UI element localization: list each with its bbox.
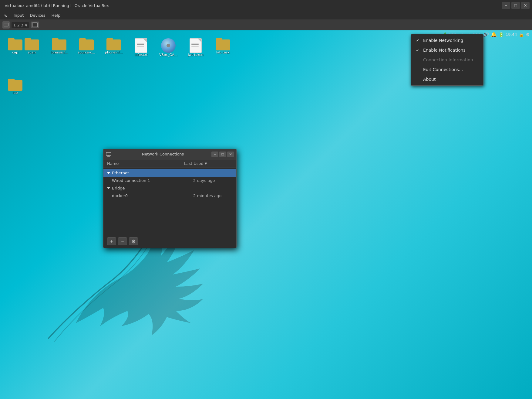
- icon-label-forensicf: forensicf...: [50, 50, 68, 54]
- col-last-used-header: Last Used ▼: [184, 161, 233, 166]
- net-win-restore[interactable]: □: [219, 152, 226, 157]
- net-win-close[interactable]: ✕: [227, 152, 234, 157]
- connections-header: Name Last Used ▼: [103, 159, 236, 168]
- icon-label-vbox-ga: VBox_GA...: [159, 53, 177, 57]
- desktop-icon-source-c[interactable]: source-c...: [73, 36, 100, 59]
- menu-input[interactable]: Input: [11, 12, 27, 19]
- menu-item-enable-notifications[interactable]: ✓ Enable Notifications: [411, 45, 483, 55]
- connections-body: Ethernet Wired connection 1 2 days ago B…: [103, 168, 236, 235]
- network-window-icon: [106, 151, 112, 157]
- desktop-icon-lab-task[interactable]: lab-task: [209, 36, 237, 59]
- bridge-group-label: Bridge: [112, 186, 125, 190]
- remove-connection-button[interactable]: −: [118, 237, 127, 245]
- menu-item-enable-networking[interactable]: ✓ Enable Networking: [411, 36, 483, 45]
- menu-item-connection-info: ✓ Connection Information: [411, 55, 483, 65]
- vbox-menubar: w Input Devices Help: [0, 11, 532, 19]
- menu-devices[interactable]: Devices: [27, 12, 48, 19]
- desktop: cap lab scan forensicf...: [0, 30, 532, 399]
- network-context-menu: ✓ Enable Networking ✓ Enable Notificatio…: [411, 34, 483, 86]
- network-window-controls: − □ ✕: [211, 152, 234, 157]
- settings-icon[interactable]: ⚙: [526, 32, 530, 37]
- conn-group-bridge[interactable]: Bridge: [103, 184, 236, 192]
- ethernet-expand-icon: [107, 172, 110, 174]
- add-connection-button[interactable]: +: [107, 237, 116, 245]
- ethernet-group-label: Ethernet: [112, 171, 129, 175]
- icon-label-scan: scan: [28, 50, 36, 54]
- vbox-titlebar: virtualbox-amd64 (lab) [Running] - Oracl…: [0, 0, 532, 11]
- checkmark-networking: ✓: [416, 38, 421, 43]
- desktop-icon-lab[interactable]: lab: [2, 77, 29, 97]
- docker0-name: docker0: [112, 193, 193, 198]
- desktop-icon-vbox-ga[interactable]: VBox_GA...: [155, 36, 182, 59]
- network-window-toolbar: + − ⚙: [103, 235, 236, 248]
- network-connections-window: Network Connections − □ ✕ Name Last Used…: [103, 149, 237, 248]
- svg-rect-3: [33, 23, 37, 26]
- menu-item-enable-networking-label: Enable Networking: [423, 38, 463, 43]
- conn-item-wired-connection-1[interactable]: Wired connection 1 2 days ago: [103, 177, 236, 184]
- menu-item-enable-notifications-label: Enable Notifications: [423, 48, 466, 53]
- minimize-button[interactable]: −: [502, 2, 510, 9]
- menu-help[interactable]: Help: [49, 12, 64, 19]
- bridge-expand-icon: [107, 187, 110, 189]
- menu-item-connection-info-label: Connection Information: [423, 57, 473, 62]
- svg-rect-4: [106, 152, 111, 155]
- menu-item-about[interactable]: ✓ About: [411, 74, 483, 84]
- wired-connection-name: Wired connection 1: [112, 178, 193, 183]
- battery-icon[interactable]: 🔋: [499, 32, 504, 37]
- icon-label-lab: lab: [13, 91, 18, 95]
- conn-item-docker0[interactable]: docker0 2 minutes ago: [103, 192, 236, 200]
- vbox-toolbar: 1 2 3 4: [0, 19, 532, 30]
- restore-button[interactable]: □: [511, 2, 520, 9]
- vbox-window-controls: − □ ✕: [502, 2, 530, 9]
- icon-label-infor-txt: infor.txt: [135, 53, 148, 57]
- svg-rect-1: [5, 24, 8, 26]
- checkmark-conn-info: ✓: [416, 57, 421, 62]
- icon-label-phoneinf: phoneinf...: [105, 50, 123, 54]
- menu-w[interactable]: w: [1, 12, 11, 19]
- toolbar-vm-icon[interactable]: [2, 21, 10, 29]
- desktop-icon-infor-txt[interactable]: infor.txt: [127, 36, 155, 59]
- system-time: 19:44: [506, 32, 517, 37]
- close-button[interactable]: ✕: [521, 2, 530, 9]
- conn-group-ethernet[interactable]: Ethernet: [103, 169, 236, 177]
- notification-icon[interactable]: 🔔: [491, 32, 497, 37]
- network-window-title: Network Connections: [114, 152, 211, 156]
- settings-connection-button[interactable]: ⚙: [129, 237, 138, 245]
- col-name-header: Name: [107, 161, 184, 166]
- docker0-time: 2 minutes ago: [193, 193, 233, 198]
- menu-item-edit-connections[interactable]: ✓ Edit Connections...: [411, 65, 483, 74]
- checkmark-notifications: ✓: [416, 48, 421, 53]
- desktop-icon-jwt-token[interactable]: jwt-token: [182, 36, 209, 59]
- lock-icon[interactable]: 🔒: [519, 32, 524, 37]
- desktop-icon-scan[interactable]: scan: [18, 36, 45, 59]
- icon-label-jwt-token: jwt-token: [188, 53, 203, 57]
- net-win-minimize[interactable]: −: [211, 152, 218, 157]
- desktop-icon-phoneinf[interactable]: phoneinf...: [100, 36, 127, 59]
- toolbar-capture-icon[interactable]: [31, 22, 39, 28]
- icon-label-source-c: source-c...: [78, 50, 95, 54]
- menu-item-about-label: About: [423, 77, 436, 82]
- menu-item-edit-connections-label: Edit Connections...: [423, 67, 463, 72]
- network-window-titlebar: Network Connections − □ ✕: [103, 149, 236, 159]
- checkmark-edit-conn: ✓: [416, 67, 421, 72]
- volume-icon[interactable]: 🔊: [483, 32, 489, 37]
- icon-label-lab-task: lab-task: [216, 50, 230, 54]
- sort-arrow-icon[interactable]: ▼: [205, 162, 207, 165]
- icon-label-cap: cap: [12, 50, 18, 54]
- toolbar-numbers: 1 2 3 4: [12, 22, 29, 28]
- checkmark-about: ✓: [416, 77, 421, 82]
- vbox-title-text: virtualbox-amd64 (lab) [Running] - Oracl…: [2, 3, 502, 8]
- wired-connection-time: 2 days ago: [193, 178, 233, 183]
- desktop-icon-forensicf[interactable]: forensicf...: [45, 36, 73, 59]
